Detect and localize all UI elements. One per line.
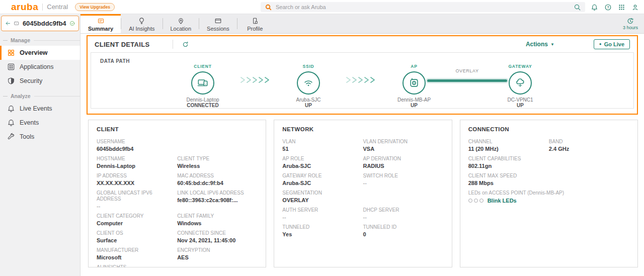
field-client-capabilities: CLIENT CAPABILITIES 802.11gn — [468, 156, 549, 169]
field-row: VLAN 51 VLAN DERIVATION VSA — [282, 139, 443, 152]
node-circle[interactable] — [191, 71, 214, 95]
field-dhcp-server: DHCP SERVER -- — [363, 207, 443, 221]
sidebar-item-live-events[interactable]: Live Events — [0, 102, 80, 116]
node-circle[interactable] — [297, 71, 320, 95]
field-tunneled-id: TUNNELED ID 0 — [363, 224, 443, 238]
field-tunneled: TUNNELED Yes — [282, 224, 363, 238]
field-row: CLIENT CATEGORY Computer CLIENT FAMILY W… — [97, 213, 258, 227]
field-row: USERNAME 6045bddc9fb4 — [97, 139, 258, 152]
applications-icon — [7, 63, 15, 71]
field-gateway-role: GATEWAY ROLE Aruba-SJC — [282, 173, 363, 187]
search-icon[interactable] — [574, 4, 581, 11]
global-search[interactable] — [261, 2, 585, 12]
field-row: LEDs on ACCESS POINT (Dennis-MB-AP) Blin… — [468, 190, 629, 204]
bell-icon — [7, 105, 15, 113]
card-network: NETWORK VLAN 51 VLAN DERIVATION VSA AP R… — [274, 120, 452, 267]
go-live-button[interactable]: ● Go Live — [594, 39, 630, 49]
notifications-bell-icon[interactable] — [591, 4, 598, 11]
node-name: Aruba-SJC — [273, 97, 344, 103]
led-icon — [479, 199, 484, 203]
device-icon — [14, 20, 19, 27]
field-row: CLIENT OS Surface CONNECTED SINCE Nov 24… — [97, 230, 258, 244]
profile-icon — [251, 17, 259, 25]
field-row: HOSTNAME Dennis-Laptop CLIENT TYPE Wirel… — [97, 156, 258, 169]
apps-grid-icon[interactable] — [618, 4, 625, 11]
field-client-type: CLIENT TYPE Wireless — [177, 156, 258, 169]
path-chevrons-icon — [345, 76, 377, 83]
actions-dropdown[interactable]: Actions ▼ — [526, 41, 554, 48]
field-client-category: CLIENT CATEGORY Computer — [97, 213, 177, 227]
device-id: 6045bddc9fb4 — [23, 20, 66, 27]
field-switch-role: SWITCH ROLE -- — [363, 173, 443, 187]
sessions-icon — [214, 17, 222, 25]
node-status: UP — [273, 103, 344, 108]
sidebar-item-security[interactable]: Security — [0, 74, 80, 88]
field-row: SEGMENTATION OVERLAY — [282, 190, 443, 204]
node-circle[interactable] — [509, 71, 532, 95]
tab-location[interactable]: Location — [163, 14, 199, 33]
field-hostname: HOSTNAME Dennis-Laptop — [97, 156, 177, 169]
data-path-node-gateway[interactable]: GATEWAY DC-VPNC1 UP — [485, 64, 555, 108]
panel-title: CLIENT DETAILS — [95, 41, 149, 48]
card-connection: CONNECTION CHANNEL 11 (20 MHz) BAND 2.4 … — [460, 120, 638, 267]
field-auth-server: AUTH SERVER -- — [282, 207, 363, 221]
chevron-down-icon: ▼ — [550, 42, 554, 47]
sidebar-item-tools[interactable]: Tools — [0, 130, 80, 144]
sidebar-item-applications[interactable]: Applications — [0, 60, 80, 74]
field-client-family: CLIENT FAMILY Windows — [177, 213, 258, 227]
sidebar-nav: ManageOverviewApplicationsSecurityAnalyz… — [0, 37, 80, 144]
field-ai-insights: AI INSIGHTS 000 — [97, 264, 258, 267]
data-path-node-ap[interactable]: AP Dennis-MB-AP UP — [379, 64, 449, 108]
user-account-icon[interactable] — [631, 4, 639, 11]
time-range-selector[interactable]: 3 hours — [623, 14, 638, 33]
tools-icon — [7, 133, 15, 141]
field-row: GATEWAY ROLE Aruba-SJC SWITCH ROLE -- — [282, 173, 443, 187]
ap-node-icon — [409, 77, 420, 88]
time-range-label: 3 hours — [623, 25, 638, 30]
overview-icon — [7, 49, 15, 57]
path-chevrons-icon — [239, 76, 272, 83]
led-icon — [468, 199, 472, 203]
refresh-icon[interactable] — [182, 41, 189, 48]
node-circle[interactable] — [403, 71, 426, 95]
node-status: CONNECTED — [168, 103, 238, 108]
client-details-panel: CLIENT DETAILS Actions ▼ ● Go Live DATA … — [87, 35, 638, 115]
client-node-icon — [197, 77, 208, 88]
field-row: MANUFACTURER Microsoft ENCRYPTION AES — [97, 247, 258, 261]
field-encryption: ENCRYPTION AES — [177, 247, 258, 261]
field-channel: CHANNEL 11 (20 MHz) — [468, 139, 549, 152]
field-ip-address: IP ADDRESS XX.XX.XX.XXX — [97, 173, 177, 187]
node-type-label: SSID — [273, 64, 344, 69]
field-row: AI INSIGHTS 000 — [97, 264, 258, 267]
sidebar: 6045bddc9fb4 ManageOverviewApplicationsS… — [0, 14, 80, 276]
field-username: USERNAME 6045bddc9fb4 — [97, 139, 177, 152]
bell-icon — [7, 119, 15, 127]
tab-profile[interactable]: Profile — [237, 14, 273, 33]
view-upgrades-badge[interactable]: View Upgrades — [75, 3, 115, 11]
sidebar-section-manage: Manage — [0, 37, 80, 43]
node-name: Dennis-MB-AP — [379, 97, 449, 103]
sidebar-item-events[interactable]: Events — [0, 116, 80, 130]
field-row: GLOBAL UNICAST IPV6 ADDRESS -- LINK LOCA… — [97, 190, 258, 210]
summary-icon — [97, 17, 105, 25]
tab-ai-insights[interactable]: AI Insights — [121, 14, 162, 33]
aruba-mark-icon — [265, 4, 272, 11]
field-client-os: CLIENT OS Surface — [97, 230, 177, 244]
blink-leds-link[interactable]: Blink LEDs — [488, 198, 517, 204]
tab-sessions[interactable]: Sessions — [199, 14, 237, 33]
status-check-icon — [69, 20, 75, 27]
back-arrow-icon[interactable] — [5, 20, 11, 27]
sidebar-section-analyze: Analyze — [0, 93, 80, 99]
field-vlan-derivation: VLAN DERIVATION VSA — [363, 139, 443, 152]
sidebar-item-overview[interactable]: Overview — [0, 46, 80, 60]
tab-summary[interactable]: Summary — [80, 14, 121, 33]
data-path-node-ssid[interactable]: SSID Aruba-SJC UP — [273, 64, 344, 108]
search-input[interactable] — [276, 4, 574, 10]
data-path-node-client[interactable]: CLIENT Dennis-Laptop CONNECTED — [168, 64, 238, 108]
history-clock-icon — [626, 17, 634, 25]
help-icon[interactable]: ? — [604, 4, 612, 11]
field-manufacturer: MANUFACTURER Microsoft — [97, 247, 177, 261]
field-leds: LEDs on ACCESS POINT (Dennis-MB-AP) Blin… — [468, 190, 629, 204]
card-title: NETWORK — [282, 126, 443, 132]
top-bar: aruba Central View Upgrades ? — [0, 0, 644, 14]
